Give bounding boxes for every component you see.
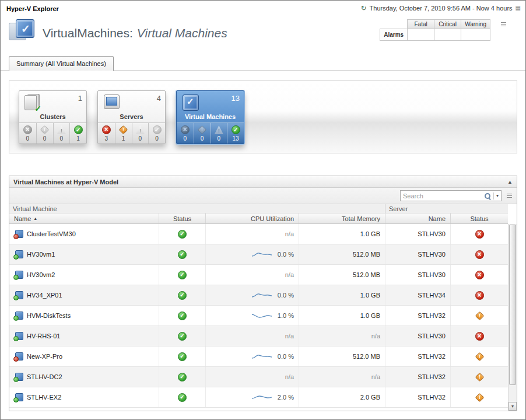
time-range-control[interactable]: ↻ Thursday, October 7, 2010 9:56 AM - No… xyxy=(361,5,521,12)
vm-status-cell xyxy=(159,285,205,305)
vm-name-cell: HV30vm2 xyxy=(9,265,159,285)
col-header-status[interactable]: Status xyxy=(159,214,205,223)
alarms-menu-icon[interactable] xyxy=(490,20,517,29)
col-header-memory[interactable]: Total Memory xyxy=(299,214,385,223)
col-header-name[interactable]: Name▲ xyxy=(9,214,159,223)
fatal-status-icon xyxy=(181,125,190,134)
tile-virtual-machines[interactable]: 13 Virtual Machines 0 0 0 xyxy=(176,90,244,144)
vm-status-icon xyxy=(178,291,187,300)
cpu-value: 2.0 % xyxy=(278,394,294,401)
vm-name-cell: STLHV-DC2 xyxy=(9,367,159,387)
tab-summary[interactable]: Summary (All Virtual Machines) xyxy=(9,56,114,71)
cpu-cell: 0.0 % xyxy=(205,244,299,264)
server-status-icon xyxy=(475,352,484,361)
cpu-cell: n/a xyxy=(205,367,299,387)
col-header-server-name[interactable]: Name xyxy=(385,214,450,223)
group-server: Server xyxy=(385,204,508,213)
tile-servers[interactable]: 4 Servers 3 1 0 xyxy=(97,90,166,144)
server-status-cell xyxy=(450,244,508,264)
server-name-cell: STLHV30 xyxy=(385,224,450,244)
vm-name: HVM-DiskTests xyxy=(27,312,71,319)
vm-icon xyxy=(14,352,23,361)
memory-cell: 1.0 GB xyxy=(299,224,385,244)
vm-status-cell xyxy=(159,346,205,366)
scrollbar-thumb[interactable] xyxy=(509,225,516,385)
clusters-fatal-stat: 0 xyxy=(19,123,36,144)
warning-count: 0 xyxy=(139,135,142,142)
search-dropdown-icon[interactable]: ▾ xyxy=(496,193,499,198)
vm-status-icon xyxy=(178,312,187,320)
vm-status-icon xyxy=(178,332,187,341)
cpu-cell: n/a xyxy=(205,265,299,285)
cpu-sparkline-icon xyxy=(251,250,272,258)
server-status-cell xyxy=(450,306,508,326)
server-status-cell xyxy=(450,346,508,366)
vertical-scrollbar[interactable]: ▾ xyxy=(508,224,517,411)
vm-status-icon xyxy=(178,393,187,402)
virtual-machines-status-row: 0 0 0 13 xyxy=(177,123,244,144)
col-header-cpu[interactable]: CPU Utilization xyxy=(205,214,299,223)
cpu-cell: n/a xyxy=(205,326,299,346)
clusters-label: Clusters xyxy=(19,113,86,123)
vm-icon xyxy=(14,250,23,259)
alarms-warning-value[interactable] xyxy=(461,29,490,41)
alarms-summary-table: Fatal Critical Warning Alarms xyxy=(380,19,517,41)
vm-row-HV34_XP01[interactable]: HV34_XP01 0.0 % 1.0 GB STLHV34 xyxy=(9,285,508,306)
vm-row-HV30vm2[interactable]: HV30vm2 n/a 512.0 MB STLHV30 xyxy=(9,265,508,285)
server-status-cell xyxy=(450,224,508,244)
clusters-count: 1 xyxy=(78,94,82,103)
servers-warning-stat: 0 xyxy=(132,123,149,144)
vm-row-STLHV-DC2[interactable]: STLHV-DC2 n/a n/a STLHV32 xyxy=(9,367,508,387)
server-status-cell xyxy=(450,367,508,387)
vm-icon xyxy=(14,332,23,341)
table-toolbar: ▾ xyxy=(9,188,517,204)
cpu-cell: 1.0 % xyxy=(205,306,299,326)
vm-row-HV-RHS-01[interactable]: HV-RHS-01 n/a n/a STLHV30 xyxy=(9,326,508,346)
server-name-cell: STLHV30 xyxy=(385,326,450,346)
search-input[interactable] xyxy=(403,192,482,200)
servers-icon xyxy=(101,94,121,111)
memory-cell: 512.0 MB xyxy=(299,265,385,285)
col-header-server-status[interactable]: Status xyxy=(450,214,508,223)
server-status-icon xyxy=(475,372,484,382)
time-range-text: Thursday, October 7, 2010 9:56 AM - Now … xyxy=(370,5,513,12)
servers-status-row: 3 1 0 0 xyxy=(98,123,165,144)
server-status-cell xyxy=(450,326,508,346)
collapse-panel-icon[interactable]: ▲ xyxy=(507,179,513,185)
table-customizer-icon[interactable] xyxy=(507,194,512,198)
vm-row-STLHV-EX2[interactable]: STLHV-EX2 2.0 % 2.0 GB STLHV32 xyxy=(9,387,508,408)
vm-icon xyxy=(14,271,23,279)
timeline-menu-icon[interactable]: ▦ xyxy=(516,5,521,11)
cpu-value: 0.0 % xyxy=(278,353,294,360)
server-status-cell xyxy=(450,387,508,407)
tile-clusters[interactable]: 1 Clusters 0 0 0 xyxy=(19,90,87,144)
alarms-critical-value[interactable] xyxy=(434,29,461,41)
warning-count: 0 xyxy=(218,135,221,142)
search-box[interactable]: ▾ xyxy=(400,190,502,201)
cpu-cell: n/a xyxy=(205,224,299,244)
cpu-sparkline-icon xyxy=(251,291,272,299)
servers-normal-stat: 0 xyxy=(148,123,165,144)
time-refresh-icon: ↻ xyxy=(361,5,367,12)
vm-row-HV30vm1[interactable]: HV30vm1 0.0 % 512.0 MB STLHV30 xyxy=(9,244,508,265)
virtual-machines-label: Virtual Machines xyxy=(177,113,244,123)
vm-row-HVM-DiskTests[interactable]: HVM-DiskTests 1.0 % 1.0 GB STLHV32 xyxy=(9,306,508,326)
vm-name-cell: HV34_XP01 xyxy=(9,285,159,305)
vm-status-cell xyxy=(159,224,205,244)
virtual-machines-count: 13 xyxy=(232,94,240,103)
tab-bar: Summary (All Virtual Machines) xyxy=(1,55,525,71)
vm-row-New-XP-Pro[interactable]: New-XP-Pro 0.0 % 512.0 MB STLHV32 xyxy=(9,346,508,367)
vm-icon xyxy=(14,393,23,402)
critical-status-icon xyxy=(40,125,50,135)
vm-row-ClusterTestVM30[interactable]: ClusterTestVM30 n/a 1.0 GB STLHV30 xyxy=(9,224,508,244)
page-header: VirtualMachines:Virtual Machines Fatal C… xyxy=(9,18,517,55)
alarms-fatal-value[interactable] xyxy=(408,29,434,41)
search-divider xyxy=(493,192,494,200)
server-status-icon xyxy=(475,230,484,239)
virtual-machines-icon xyxy=(180,94,200,111)
vm-name-cell: New-XP-Pro xyxy=(9,346,159,366)
scroll-down-button[interactable]: ▾ xyxy=(509,402,517,411)
search-icon[interactable] xyxy=(484,192,491,200)
server-name-cell: STLHV32 xyxy=(385,346,450,366)
top-bar: Hyper-V Explorer ↻ Thursday, October 7, … xyxy=(1,1,525,16)
